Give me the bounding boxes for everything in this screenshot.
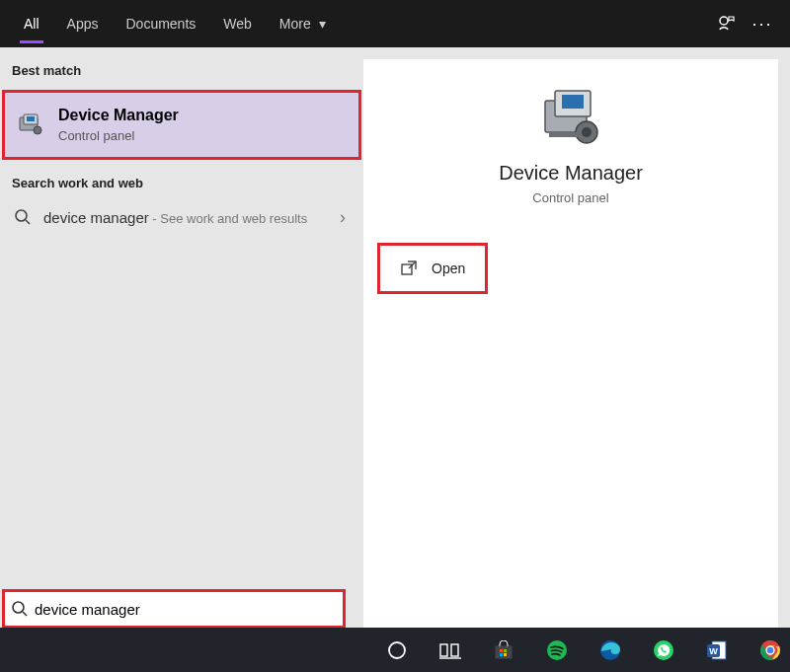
best-match-title: Device Manager <box>58 107 179 124</box>
tab-all[interactable]: All <box>10 0 53 47</box>
svg-text:W: W <box>709 646 718 656</box>
preview-subtitle: Control panel <box>363 190 778 205</box>
chevron-right-icon[interactable]: › <box>334 207 352 228</box>
tab-apps[interactable]: Apps <box>53 0 113 47</box>
svg-rect-17 <box>440 644 447 656</box>
preview-title: Device Manager <box>363 162 778 185</box>
more-options-icon[interactable]: ··· <box>745 14 780 35</box>
best-match-result[interactable]: Device Manager Control panel <box>2 90 361 160</box>
svg-rect-12 <box>549 132 579 137</box>
svg-point-4 <box>34 126 41 134</box>
microsoft-store-icon[interactable] <box>492 638 515 662</box>
chevron-down-icon: ▾ <box>319 16 326 32</box>
tab-more[interactable]: More ▾ <box>266 0 340 47</box>
spotify-icon[interactable] <box>545 638 569 662</box>
svg-rect-22 <box>504 649 507 652</box>
svg-point-14 <box>13 602 24 613</box>
search-body: Best match Device Manager Control panel … <box>0 47 790 628</box>
web-result-text: device manager - See work and web result… <box>43 209 334 226</box>
tab-more-label: More <box>279 16 311 32</box>
whatsapp-icon[interactable] <box>652 638 675 662</box>
open-label: Open <box>432 261 465 276</box>
best-match-subtitle: Control panel <box>58 128 179 143</box>
svg-point-5 <box>16 210 27 221</box>
open-icon <box>400 260 418 277</box>
open-button[interactable]: Open <box>377 243 488 294</box>
svg-point-16 <box>389 642 405 658</box>
svg-point-35 <box>767 646 774 653</box>
svg-point-0 <box>720 17 728 25</box>
search-input[interactable] <box>35 592 343 626</box>
search-icon <box>12 206 34 228</box>
web-search-result[interactable]: device manager - See work and web result… <box>0 196 363 238</box>
svg-rect-18 <box>451 644 458 656</box>
preview-pane: Device Manager Control panel Open <box>363 59 778 628</box>
svg-rect-24 <box>504 653 507 656</box>
web-result-suffix: - See work and web results <box>149 211 307 226</box>
svg-rect-13 <box>402 264 412 274</box>
best-match-text: Device Manager Control panel <box>58 107 179 143</box>
device-manager-icon <box>15 110 46 141</box>
svg-rect-9 <box>562 95 584 109</box>
chrome-icon[interactable] <box>758 638 782 662</box>
svg-line-15 <box>23 612 27 616</box>
svg-rect-23 <box>500 653 503 656</box>
search-box[interactable] <box>2 589 346 629</box>
svg-point-11 <box>582 127 592 137</box>
results-pane: Best match Device Manager Control panel … <box>0 47 363 628</box>
tab-web[interactable]: Web <box>209 0 266 47</box>
edge-icon[interactable] <box>598 638 622 662</box>
svg-rect-21 <box>500 649 503 652</box>
search-icon <box>5 600 35 618</box>
tab-documents[interactable]: Documents <box>112 0 209 47</box>
web-result-query: device manager <box>43 209 149 226</box>
word-icon[interactable]: W <box>705 638 729 662</box>
best-match-header: Best match <box>0 57 363 84</box>
search-tabs: All Apps Documents Web More ▾ ··· <box>0 0 790 47</box>
search-web-header: Search work and web <box>0 170 363 196</box>
feedback-icon[interactable] <box>709 14 745 34</box>
svg-rect-3 <box>27 116 35 121</box>
preview-device-manager-icon <box>363 85 778 148</box>
task-view-icon[interactable] <box>438 638 462 662</box>
taskbar: W <box>0 628 790 672</box>
svg-line-6 <box>26 220 30 224</box>
cortana-icon[interactable] <box>385 638 409 662</box>
